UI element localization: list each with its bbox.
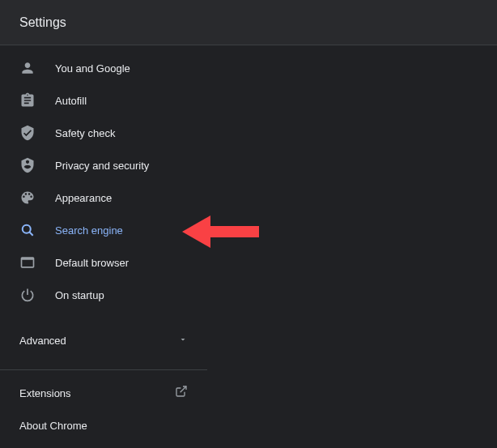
settings-header: Settings (0, 0, 497, 45)
sidebar-item-default-browser[interactable]: Default browser (0, 246, 207, 279)
sidebar-item-label: Default browser (55, 257, 129, 269)
search-icon (19, 222, 36, 238)
svg-line-2 (181, 386, 186, 392)
sidebar-item-label: You and Google (55, 62, 130, 75)
sidebar-item-on-startup[interactable]: On startup (0, 279, 207, 311)
sidebar-item-label: Appearance (55, 192, 112, 204)
person-icon (19, 60, 36, 76)
advanced-label: Advanced (19, 335, 66, 347)
sidebar-item-autofill[interactable]: Autofill (0, 84, 207, 117)
settings-sidebar: You and Google Autofill Safety check Pri… (0, 45, 207, 442)
about-chrome-label: About Chrome (19, 420, 87, 432)
sidebar-item-extensions[interactable]: Extensions (0, 377, 207, 409)
sidebar-item-label: Safety check (55, 127, 115, 139)
sidebar-item-safety-check[interactable]: Safety check (0, 117, 207, 149)
autofill-icon (19, 92, 36, 109)
sidebar-item-label: Search engine (55, 224, 123, 237)
appearance-icon (19, 190, 36, 206)
sidebar-item-label: On startup (55, 289, 104, 301)
browser-icon (19, 254, 36, 271)
sidebar-item-appearance[interactable]: Appearance (0, 181, 207, 214)
power-icon (19, 287, 36, 303)
extensions-label: Extensions (19, 387, 71, 399)
sidebar-item-search-engine[interactable]: Search engine (0, 214, 207, 246)
sidebar-item-label: Autofill (55, 95, 87, 107)
privacy-icon (19, 157, 36, 173)
external-link-icon (175, 385, 188, 401)
safety-check-icon (19, 125, 36, 141)
sidebar-item-privacy[interactable]: Privacy and security (0, 149, 207, 181)
svg-line-1 (30, 233, 33, 236)
page-title: Settings (19, 15, 66, 30)
sidebar-item-about-chrome[interactable]: About Chrome (0, 409, 207, 442)
svg-point-0 (23, 225, 31, 233)
chevron-down-icon (178, 333, 188, 348)
sidebar-item-advanced[interactable]: Advanced (0, 318, 207, 363)
sidebar-item-you-and-google[interactable]: You and Google (0, 52, 207, 84)
sidebar-item-label: Privacy and security (55, 160, 149, 172)
divider (0, 369, 207, 370)
